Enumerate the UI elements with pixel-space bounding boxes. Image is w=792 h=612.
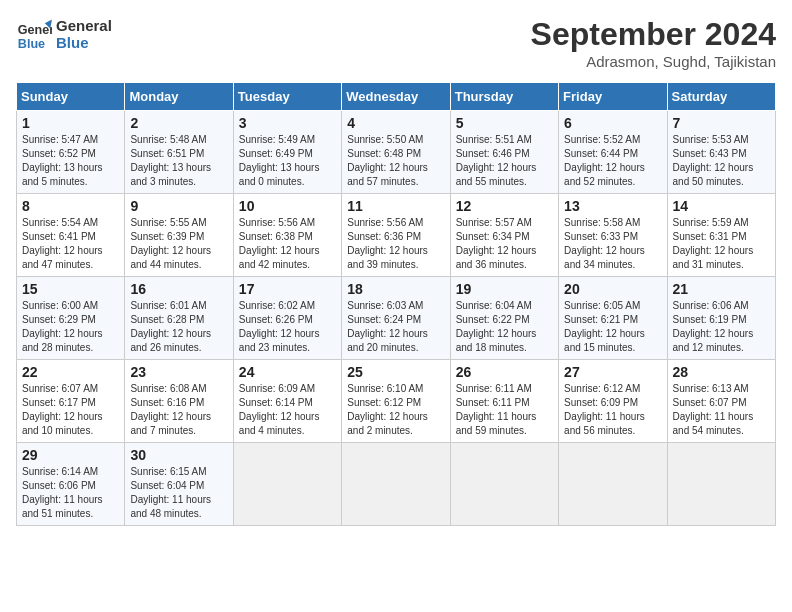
day-number: 16 [130, 281, 227, 297]
day-number: 13 [564, 198, 661, 214]
week-row-4: 22Sunrise: 6:07 AMSunset: 6:17 PMDayligh… [17, 360, 776, 443]
calendar-cell: 10Sunrise: 5:56 AMSunset: 6:38 PMDayligh… [233, 194, 341, 277]
calendar-cell: 3Sunrise: 5:49 AMSunset: 6:49 PMDaylight… [233, 111, 341, 194]
day-header-saturday: Saturday [667, 83, 775, 111]
logo-blue: Blue [56, 34, 112, 51]
day-info: Sunrise: 5:49 AMSunset: 6:49 PMDaylight:… [239, 133, 336, 189]
calendar-cell: 2Sunrise: 5:48 AMSunset: 6:51 PMDaylight… [125, 111, 233, 194]
calendar-cell: 7Sunrise: 5:53 AMSunset: 6:43 PMDaylight… [667, 111, 775, 194]
calendar-cell: 6Sunrise: 5:52 AMSunset: 6:44 PMDaylight… [559, 111, 667, 194]
calendar-cell: 13Sunrise: 5:58 AMSunset: 6:33 PMDayligh… [559, 194, 667, 277]
day-info: Sunrise: 6:04 AMSunset: 6:22 PMDaylight:… [456, 299, 553, 355]
day-info: Sunrise: 5:54 AMSunset: 6:41 PMDaylight:… [22, 216, 119, 272]
calendar-cell: 15Sunrise: 6:00 AMSunset: 6:29 PMDayligh… [17, 277, 125, 360]
calendar-cell: 28Sunrise: 6:13 AMSunset: 6:07 PMDayligh… [667, 360, 775, 443]
calendar-cell: 22Sunrise: 6:07 AMSunset: 6:17 PMDayligh… [17, 360, 125, 443]
day-number: 12 [456, 198, 553, 214]
day-info: Sunrise: 5:55 AMSunset: 6:39 PMDaylight:… [130, 216, 227, 272]
day-info: Sunrise: 6:08 AMSunset: 6:16 PMDaylight:… [130, 382, 227, 438]
day-number: 8 [22, 198, 119, 214]
day-info: Sunrise: 6:01 AMSunset: 6:28 PMDaylight:… [130, 299, 227, 355]
day-number: 23 [130, 364, 227, 380]
calendar-cell: 18Sunrise: 6:03 AMSunset: 6:24 PMDayligh… [342, 277, 450, 360]
week-row-2: 8Sunrise: 5:54 AMSunset: 6:41 PMDaylight… [17, 194, 776, 277]
calendar-cell: 9Sunrise: 5:55 AMSunset: 6:39 PMDaylight… [125, 194, 233, 277]
day-number: 15 [22, 281, 119, 297]
header: General Blue General Blue September 2024… [16, 16, 776, 70]
day-info: Sunrise: 5:56 AMSunset: 6:38 PMDaylight:… [239, 216, 336, 272]
week-row-1: 1Sunrise: 5:47 AMSunset: 6:52 PMDaylight… [17, 111, 776, 194]
day-info: Sunrise: 5:58 AMSunset: 6:33 PMDaylight:… [564, 216, 661, 272]
calendar-cell [450, 443, 558, 526]
day-info: Sunrise: 6:07 AMSunset: 6:17 PMDaylight:… [22, 382, 119, 438]
day-number: 24 [239, 364, 336, 380]
day-info: Sunrise: 5:52 AMSunset: 6:44 PMDaylight:… [564, 133, 661, 189]
day-number: 18 [347, 281, 444, 297]
calendar-cell: 21Sunrise: 6:06 AMSunset: 6:19 PMDayligh… [667, 277, 775, 360]
day-number: 2 [130, 115, 227, 131]
day-header-wednesday: Wednesday [342, 83, 450, 111]
calendar-cell: 5Sunrise: 5:51 AMSunset: 6:46 PMDaylight… [450, 111, 558, 194]
calendar-cell: 12Sunrise: 5:57 AMSunset: 6:34 PMDayligh… [450, 194, 558, 277]
calendar-cell: 26Sunrise: 6:11 AMSunset: 6:11 PMDayligh… [450, 360, 558, 443]
day-number: 25 [347, 364, 444, 380]
day-number: 5 [456, 115, 553, 131]
day-info: Sunrise: 6:10 AMSunset: 6:12 PMDaylight:… [347, 382, 444, 438]
day-number: 14 [673, 198, 770, 214]
day-number: 7 [673, 115, 770, 131]
day-info: Sunrise: 5:53 AMSunset: 6:43 PMDaylight:… [673, 133, 770, 189]
day-info: Sunrise: 6:06 AMSunset: 6:19 PMDaylight:… [673, 299, 770, 355]
week-row-5: 29Sunrise: 6:14 AMSunset: 6:06 PMDayligh… [17, 443, 776, 526]
day-info: Sunrise: 5:57 AMSunset: 6:34 PMDaylight:… [456, 216, 553, 272]
day-number: 4 [347, 115, 444, 131]
calendar-cell: 24Sunrise: 6:09 AMSunset: 6:14 PMDayligh… [233, 360, 341, 443]
day-number: 3 [239, 115, 336, 131]
calendar-cell: 14Sunrise: 5:59 AMSunset: 6:31 PMDayligh… [667, 194, 775, 277]
logo: General Blue General Blue [16, 16, 112, 52]
logo-general: General [56, 17, 112, 34]
day-info: Sunrise: 6:03 AMSunset: 6:24 PMDaylight:… [347, 299, 444, 355]
day-number: 26 [456, 364, 553, 380]
day-number: 10 [239, 198, 336, 214]
calendar-cell [667, 443, 775, 526]
calendar-cell: 17Sunrise: 6:02 AMSunset: 6:26 PMDayligh… [233, 277, 341, 360]
day-number: 11 [347, 198, 444, 214]
day-number: 9 [130, 198, 227, 214]
location-subtitle: Adrasmon, Sughd, Tajikistan [531, 53, 776, 70]
day-number: 27 [564, 364, 661, 380]
day-info: Sunrise: 6:11 AMSunset: 6:11 PMDaylight:… [456, 382, 553, 438]
day-number: 17 [239, 281, 336, 297]
day-number: 28 [673, 364, 770, 380]
calendar-cell: 25Sunrise: 6:10 AMSunset: 6:12 PMDayligh… [342, 360, 450, 443]
day-number: 29 [22, 447, 119, 463]
day-info: Sunrise: 6:02 AMSunset: 6:26 PMDaylight:… [239, 299, 336, 355]
calendar-cell [342, 443, 450, 526]
calendar-cell: 29Sunrise: 6:14 AMSunset: 6:06 PMDayligh… [17, 443, 125, 526]
day-info: Sunrise: 5:47 AMSunset: 6:52 PMDaylight:… [22, 133, 119, 189]
day-number: 6 [564, 115, 661, 131]
day-info: Sunrise: 5:50 AMSunset: 6:48 PMDaylight:… [347, 133, 444, 189]
calendar-cell: 1Sunrise: 5:47 AMSunset: 6:52 PMDaylight… [17, 111, 125, 194]
calendar-cell: 4Sunrise: 5:50 AMSunset: 6:48 PMDaylight… [342, 111, 450, 194]
calendar-cell [233, 443, 341, 526]
day-header-tuesday: Tuesday [233, 83, 341, 111]
calendar-cell: 16Sunrise: 6:01 AMSunset: 6:28 PMDayligh… [125, 277, 233, 360]
day-header-sunday: Sunday [17, 83, 125, 111]
calendar-cell: 27Sunrise: 6:12 AMSunset: 6:09 PMDayligh… [559, 360, 667, 443]
day-info: Sunrise: 6:12 AMSunset: 6:09 PMDaylight:… [564, 382, 661, 438]
logo-icon: General Blue [16, 16, 52, 52]
day-header-monday: Monday [125, 83, 233, 111]
calendar-table: SundayMondayTuesdayWednesdayThursdayFrid… [16, 82, 776, 526]
calendar-cell: 8Sunrise: 5:54 AMSunset: 6:41 PMDaylight… [17, 194, 125, 277]
week-row-3: 15Sunrise: 6:00 AMSunset: 6:29 PMDayligh… [17, 277, 776, 360]
day-info: Sunrise: 5:48 AMSunset: 6:51 PMDaylight:… [130, 133, 227, 189]
calendar-cell: 19Sunrise: 6:04 AMSunset: 6:22 PMDayligh… [450, 277, 558, 360]
day-info: Sunrise: 6:00 AMSunset: 6:29 PMDaylight:… [22, 299, 119, 355]
calendar-cell [559, 443, 667, 526]
day-info: Sunrise: 5:51 AMSunset: 6:46 PMDaylight:… [456, 133, 553, 189]
day-info: Sunrise: 5:59 AMSunset: 6:31 PMDaylight:… [673, 216, 770, 272]
day-info: Sunrise: 6:14 AMSunset: 6:06 PMDaylight:… [22, 465, 119, 521]
day-number: 30 [130, 447, 227, 463]
day-info: Sunrise: 6:15 AMSunset: 6:04 PMDaylight:… [130, 465, 227, 521]
day-info: Sunrise: 6:09 AMSunset: 6:14 PMDaylight:… [239, 382, 336, 438]
